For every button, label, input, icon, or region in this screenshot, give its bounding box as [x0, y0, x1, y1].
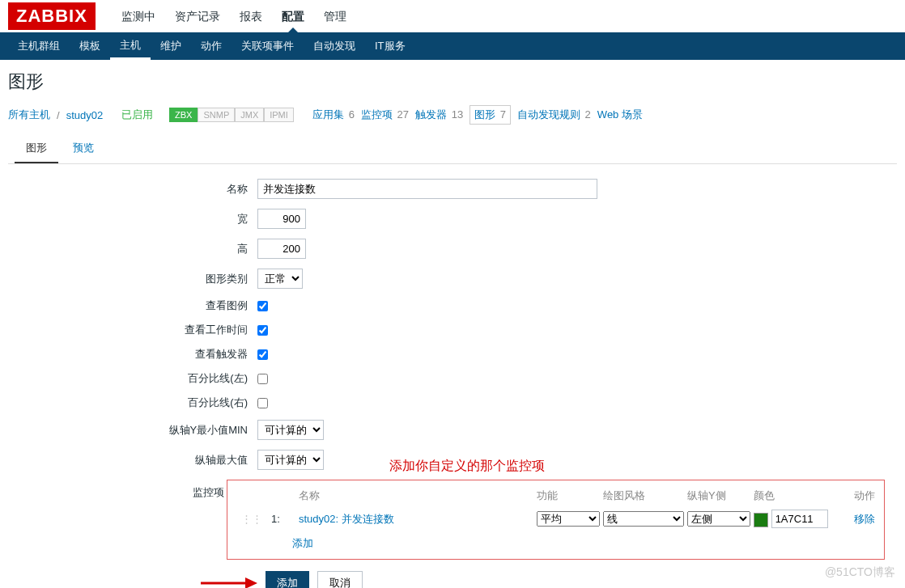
tab-graph[interactable]: 图形 [15, 134, 58, 163]
items-header: 名称 功能 绘图风格 纵轴Y侧 颜色 动作 [236, 485, 876, 506]
pleft-checkbox[interactable] [257, 374, 268, 384]
topnav-config[interactable]: 配置 [272, 0, 314, 32]
lbl-legend: 查看图例 [8, 298, 257, 313]
topnav-inventory[interactable]: 资产记录 [165, 0, 230, 32]
bc-triggers-count: 13 [452, 108, 463, 121]
item-row: ⋮⋮ 1: study02: 并发连接数 平均 线 左侧 移除 [236, 506, 876, 531]
hdr-yside: 纵轴Y侧 [687, 489, 750, 503]
row-yside-select[interactable]: 左侧 [687, 511, 750, 527]
row-itemname[interactable]: study02: 并发连接数 [299, 512, 533, 527]
topnav-admin[interactable]: 管理 [314, 0, 356, 32]
lbl-pleft: 百分比线(左) [8, 371, 257, 386]
subnav-hosts[interactable]: 主机 [110, 32, 151, 60]
bc-graphs[interactable]: 图形 [474, 108, 495, 121]
lbl-ymin: 纵轴Y最小值MIN [8, 423, 257, 438]
subnav-maintenance[interactable]: 维护 [151, 32, 191, 60]
bc-graphs-count: 7 [500, 108, 506, 121]
pright-checkbox[interactable] [257, 398, 268, 408]
lbl-type: 图形类别 [8, 272, 257, 286]
button-row: 添加 取消 [266, 571, 897, 588]
sub-nav: 主机群组 模板 主机 维护 动作 关联项事件 自动发现 IT服务 [0, 32, 905, 60]
row-func-select[interactable]: 平均 [537, 511, 600, 527]
cancel-button[interactable]: 取消 [317, 571, 363, 588]
row-color [754, 510, 851, 528]
row-idx: 1: [271, 513, 295, 525]
bc-items-count: 27 [397, 108, 409, 121]
arrow-icon [201, 574, 257, 588]
worktime-checkbox[interactable] [257, 325, 268, 336]
bc-apps-count: 6 [349, 108, 355, 121]
legend-checkbox[interactable] [257, 301, 268, 311]
top-nav: ZABBIX 监测中 资产记录 报表 配置 管理 [0, 0, 905, 32]
subnav-itservices[interactable]: IT服务 [365, 32, 415, 60]
items-label: 监控项 [179, 485, 224, 500]
svg-marker-1 [245, 577, 257, 588]
avail-badges: ZBX SNMP JMX IPMI [169, 108, 294, 122]
bc-sep: / [57, 109, 60, 121]
hdr-func: 功能 [537, 489, 600, 503]
lbl-ymax: 纵轴最大值 [8, 453, 257, 467]
bc-apps[interactable]: 应用集 [312, 108, 344, 121]
badge-ipmi: IPMI [264, 108, 294, 122]
drag-handle-icon[interactable]: ⋮⋮ [236, 513, 268, 525]
subnav-hostgroups[interactable]: 主机群组 [8, 32, 70, 60]
hdr-draw: 绘图风格 [603, 489, 684, 503]
lbl-height: 高 [8, 242, 257, 256]
hdr-name: 名称 [299, 489, 533, 503]
items-add-link[interactable]: 添加 [292, 537, 313, 549]
bc-discovery[interactable]: 自动发现规则 [517, 108, 580, 121]
subnav-correlation[interactable]: 关联项事件 [232, 32, 304, 60]
bc-discovery-count: 2 [585, 108, 591, 121]
bc-enabled: 已启用 [121, 108, 153, 122]
bc-triggers[interactable]: 触发器 [415, 108, 447, 121]
logo: ZABBIX [8, 2, 96, 30]
lbl-triggers: 查看触发器 [8, 347, 257, 362]
subnav-templates[interactable]: 模板 [70, 32, 110, 60]
width-input[interactable] [257, 209, 306, 229]
annotation-text: 添加你自定义的那个监控项 [389, 458, 545, 475]
page-title: 图形 [8, 70, 897, 94]
watermark: @51CTO博客 [825, 565, 895, 580]
lbl-name: 名称 [8, 182, 257, 197]
type-select[interactable]: 正常 [257, 269, 303, 289]
topnav-reports[interactable]: 报表 [230, 0, 272, 32]
bc-host[interactable]: study02 [66, 109, 104, 121]
subnav-discovery[interactable]: 自动发现 [304, 32, 365, 60]
hdr-action: 动作 [854, 489, 903, 503]
bc-graphs-sel: 图形 7 [469, 105, 511, 125]
row-remove[interactable]: 移除 [854, 512, 903, 527]
tab-preview[interactable]: 预览 [62, 134, 105, 162]
color-input[interactable] [771, 510, 828, 528]
row-draw-select[interactable]: 线 [603, 511, 684, 527]
badge-jmx: JMX [235, 108, 264, 122]
hdr-color: 颜色 [754, 489, 851, 503]
subnav-actions[interactable]: 动作 [191, 32, 232, 60]
badge-snmp: SNMP [198, 108, 235, 122]
bc-web[interactable]: Web 场景 [597, 108, 643, 121]
ymin-select[interactable]: 可计算的 [257, 420, 324, 440]
bc-allhosts[interactable]: 所有主机 [8, 108, 50, 122]
height-input[interactable] [257, 239, 306, 259]
breadcrumb: 所有主机 / study02 已启用 ZBX SNMP JMX IPMI 应用集… [8, 105, 897, 125]
content-tabs: 图形 预览 [8, 134, 897, 164]
color-swatch[interactable] [754, 513, 768, 527]
lbl-worktime: 查看工作时间 [8, 323, 257, 337]
bc-items[interactable]: 监控项 [361, 108, 393, 121]
lbl-pright: 百分比线(右) [8, 396, 257, 410]
triggers-checkbox[interactable] [257, 349, 268, 360]
topnav-monitor[interactable]: 监测中 [112, 0, 165, 32]
ymax-select[interactable]: 可计算的 [257, 450, 324, 470]
items-box: 添加你自定义的那个监控项 监控项 名称 功能 绘图风格 纵轴Y侧 颜色 动作 ⋮… [227, 480, 885, 560]
add-button[interactable]: 添加 [266, 571, 309, 588]
name-input[interactable] [257, 179, 597, 199]
badge-zbx: ZBX [169, 108, 198, 122]
lbl-width: 宽 [8, 212, 257, 226]
